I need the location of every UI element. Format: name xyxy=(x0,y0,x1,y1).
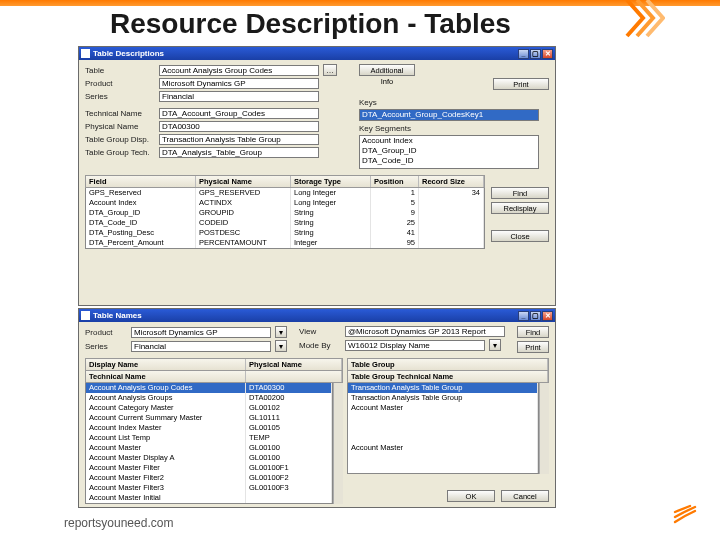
field-table[interactable]: Account Analysis Group Codes xyxy=(159,65,319,76)
right-grid-header: Table Group xyxy=(347,358,549,371)
list-item[interactable]: DTA_Code_ID xyxy=(360,156,538,166)
titlebar[interactable]: Table Descriptions _ ▢ ✕ xyxy=(79,47,555,60)
table-row[interactable] xyxy=(348,453,538,463)
table-row[interactable]: DTA_Code_IDCODEIDString25 xyxy=(86,218,484,228)
field-product[interactable]: Microsoft Dynamics GP xyxy=(159,78,319,89)
table-row[interactable]: Account IndexACTINDXLong Integer5 xyxy=(86,198,484,208)
table-row[interactable] xyxy=(348,413,538,423)
label-key-segments: Key Segments xyxy=(359,124,439,133)
table-row[interactable]: Account Index MasterGL00105 xyxy=(86,423,332,433)
field-table-group-tech[interactable]: DTA_Analysis_Table_Group xyxy=(159,147,319,158)
label-phys-name: Physical Name xyxy=(85,122,155,131)
close-dialog-button[interactable]: Close xyxy=(491,230,549,242)
label-keys: Keys xyxy=(359,98,401,107)
label-view: View xyxy=(299,327,341,336)
key-segments-list[interactable]: Account Index DTA_Group_ID DTA_Code_ID xyxy=(359,135,539,169)
lookup-button[interactable]: ▾ xyxy=(489,339,501,351)
table-row[interactable]: Account Current Summary MasterGL10111 xyxy=(86,413,332,423)
grid-header: Field Physical Name Storage Type Positio… xyxy=(85,175,485,188)
list-item[interactable]: DTA_Group_ID xyxy=(360,146,538,156)
scrollbar[interactable] xyxy=(333,383,343,504)
table-row[interactable]: DTA_Posting_DescPOSTDESCString41 xyxy=(86,228,484,238)
label-table: Table xyxy=(85,66,155,75)
table-row[interactable]: Account MasterGL00100 xyxy=(86,443,332,453)
label-table-group: Table Group Disp. xyxy=(85,135,155,144)
window-icon xyxy=(81,49,90,58)
close-button[interactable]: ✕ xyxy=(542,311,553,321)
table-row[interactable]: DTA_Percent_AmountPERCENTAMOUNTInteger95 xyxy=(86,238,484,248)
left-grid-subheader: Technical Name xyxy=(85,371,343,383)
print-button[interactable]: Print xyxy=(517,341,549,353)
label-series: Series xyxy=(85,92,155,101)
label-product: Product xyxy=(85,328,127,337)
field-table-group[interactable]: Transaction Analysis Table Group xyxy=(159,134,319,145)
lookup-button[interactable]: ▾ xyxy=(275,340,287,352)
table-row[interactable]: Account Master Display AGL00100 xyxy=(86,453,332,463)
table-row[interactable] xyxy=(348,463,538,473)
label-modeby: Mode By xyxy=(299,341,341,350)
left-grid-header: Display Name Physical Name xyxy=(85,358,343,371)
right-grid-subheader: Table Group Technical Name xyxy=(347,371,549,383)
window-title: Table Names xyxy=(93,311,142,320)
label-tech-name: Technical Name xyxy=(85,109,155,118)
footer-url: reportsyouneed.com xyxy=(64,516,173,530)
close-button[interactable]: ✕ xyxy=(542,49,553,59)
titlebar[interactable]: Table Names _ ▢ ✕ xyxy=(79,309,555,322)
table-row[interactable]: Account Analysis Group CodesDTA00300 xyxy=(86,383,332,393)
field-series[interactable]: Financial xyxy=(131,341,271,352)
find-button[interactable]: Find xyxy=(517,326,549,338)
table-row[interactable]: Account Category MasterGL00102 xyxy=(86,403,332,413)
window-icon xyxy=(81,311,90,320)
window-table-names: Table Names _ ▢ ✕ Product Microsoft Dyna… xyxy=(78,308,556,508)
field-product[interactable]: Microsoft Dynamics GP xyxy=(131,327,271,338)
redisplay-button[interactable]: Redisplay xyxy=(491,202,549,214)
maximize-button[interactable]: ▢ xyxy=(530,311,541,321)
additional-info-button[interactable]: Additional Info xyxy=(359,64,415,76)
slide-title: Resource Description - Tables xyxy=(110,8,511,40)
label-table-group-tech: Table Group Tech. xyxy=(85,148,155,157)
chevron-decor xyxy=(623,0,665,40)
scrollbar[interactable] xyxy=(539,383,549,474)
cancel-button[interactable]: Cancel xyxy=(501,490,549,502)
label-product: Product xyxy=(85,79,155,88)
table-row[interactable]: GPS_ReservedGPS_RESERVEDLong Integer134 xyxy=(86,188,484,198)
window-title: Table Descriptions xyxy=(93,49,164,58)
field-keys[interactable]: DTA_Account_Group_CodesKey1 xyxy=(359,109,539,121)
table-row[interactable]: DTA_Group_IDGROUPIDString9 xyxy=(86,208,484,218)
table-row[interactable]: Account List TempTEMP xyxy=(86,433,332,443)
right-grid[interactable]: Transaction Analysis Table GroupTransact… xyxy=(347,383,539,474)
table-row[interactable]: Account Master xyxy=(348,403,538,413)
field-series[interactable]: Financial xyxy=(159,91,319,102)
table-row[interactable]: Account Master Filter3GL00100F3 xyxy=(86,483,332,493)
field-tech-name[interactable]: DTA_Account_Group_Codes xyxy=(159,108,319,119)
table-row[interactable]: Transaction Analysis Table Group xyxy=(348,393,538,403)
field-modeby[interactable]: W16012 Display Name xyxy=(345,340,485,351)
table-row[interactable]: Account Analysis GroupsDTA00200 xyxy=(86,393,332,403)
minimize-button[interactable]: _ xyxy=(518,311,529,321)
ok-button[interactable]: OK xyxy=(447,490,495,502)
window-table-descriptions: Table Descriptions _ ▢ ✕ Table Account A… xyxy=(78,46,556,306)
table-row[interactable]: Account Master Initial xyxy=(86,493,332,503)
fields-grid[interactable]: GPS_ReservedGPS_RESERVEDLong Integer134A… xyxy=(85,188,485,249)
table-row[interactable]: Account Master FilterGL00100F1 xyxy=(86,463,332,473)
lookup-button[interactable]: ▾ xyxy=(275,326,287,338)
label-series: Series xyxy=(85,342,127,351)
left-grid[interactable]: Account Analysis Group CodesDTA00300Acco… xyxy=(85,383,333,504)
ellipsis-button[interactable]: … xyxy=(323,64,337,76)
find-button[interactable]: Find xyxy=(491,187,549,199)
table-row[interactable] xyxy=(348,433,538,443)
minimize-button[interactable]: _ xyxy=(518,49,529,59)
list-item[interactable]: Account Index xyxy=(360,136,538,146)
table-row[interactable]: Account Master Filter2GL00100F2 xyxy=(86,473,332,483)
field-phys-name[interactable]: DTA00300 xyxy=(159,121,319,132)
top-accent-bar xyxy=(0,0,720,6)
table-row[interactable]: Transaction Analysis Table Group xyxy=(348,383,538,393)
maximize-button[interactable]: ▢ xyxy=(530,49,541,59)
table-row[interactable] xyxy=(348,423,538,433)
logo-icon xyxy=(672,504,698,530)
field-view[interactable]: @Microsoft Dynamics GP 2013 Report xyxy=(345,326,505,337)
table-row[interactable]: Account Master xyxy=(348,443,538,453)
print-button[interactable]: Print xyxy=(493,78,549,90)
